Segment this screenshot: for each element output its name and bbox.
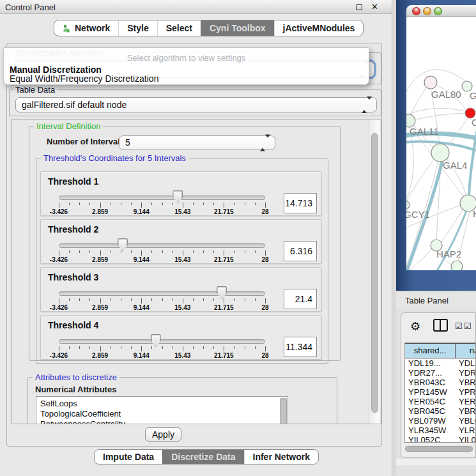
node-attribute-table[interactable]: shared...na YDL19...YDL1YDR27...YDR2YBR0… [404, 342, 476, 443]
tick-mark [141, 298, 142, 303]
interval-definition-legend: Interval Definition [34, 121, 103, 131]
close-icon[interactable]: ✕ [371, 2, 378, 12]
tick-mark [79, 298, 80, 301]
threshold-slider-thumb[interactable] [173, 190, 183, 203]
threshold-value-input[interactable]: 21.4 [284, 289, 317, 309]
column-header[interactable]: na [455, 343, 476, 358]
threshold-slider[interactable] [59, 339, 265, 344]
checkbox-icon[interactable]: ☑ [455, 321, 463, 331]
network-edge-highlighted[interactable] [426, 211, 466, 270]
tab-network[interactable]: Network [54, 20, 118, 36]
mac-zoom-button[interactable] [434, 7, 442, 15]
tick-mark [213, 346, 214, 349]
table-row[interactable]: YLR345WYLR3 [405, 426, 475, 435]
gal4-node[interactable] [431, 144, 449, 162]
network-edge[interactable] [415, 113, 465, 119]
attribute-item[interactable]: TopologicalCoefficient [36, 409, 288, 419]
gcy1-node[interactable] [406, 201, 410, 210]
threshold-value-input[interactable]: 11.344 [284, 337, 317, 357]
threshold-slider[interactable] [59, 196, 265, 200]
bottom-node[interactable] [451, 261, 463, 270]
split-columns-icon[interactable] [433, 319, 448, 332]
tab-style[interactable]: Style [118, 20, 157, 36]
attribute-item[interactable]: BetweennessCentrality [36, 419, 288, 424]
tick-mark [234, 298, 235, 301]
apply-button[interactable]: Apply [145, 427, 181, 441]
network-edge[interactable] [441, 210, 463, 242]
table-row[interactable]: YBL079WYBL0 [405, 416, 475, 426]
tick-mark [69, 298, 70, 301]
network-edge[interactable] [406, 127, 413, 201]
table-data-legend: Table Data [13, 85, 58, 95]
cell-name: YBR0 [456, 378, 476, 387]
network-canvas[interactable]: GAL80GACGAL11GAL4GCY1HHAP2 [406, 17, 476, 270]
tick-mark [59, 346, 59, 351]
cell-name: YBR0 [456, 406, 476, 416]
number-of-intervals-value: 5 [125, 137, 130, 148]
tab-cyni-toolbox[interactable]: Cyni Toolbox [201, 20, 274, 36]
table-data-select[interactable]: galFiltered.sif default node [15, 97, 377, 112]
mac-close-button[interactable] [412, 7, 420, 15]
threshold-value-input[interactable]: 14.713 [284, 193, 317, 213]
algorithm-hint: Select algorithm to view settings [4, 53, 369, 63]
tick-mark [121, 203, 121, 205]
tick-mark [193, 203, 194, 205]
attribute-item[interactable]: SelfLoops [36, 399, 288, 409]
gear-icon[interactable]: ⚙ [410, 319, 420, 333]
table-row[interactable]: YBR043CYBR0 [405, 378, 475, 387]
number-of-intervals-select[interactable]: 5 [119, 135, 275, 150]
threshold-value-input[interactable]: 6.316 [284, 241, 317, 261]
checkbox-icon[interactable]: ☑ [464, 321, 472, 331]
gal11-node[interactable] [406, 114, 415, 127]
panel-divider[interactable] [392, 0, 396, 476]
threshold-slider-thumb[interactable] [151, 334, 161, 347]
gal80-node[interactable] [424, 76, 437, 89]
table-row[interactable]: YDR27...YDR2 [405, 368, 475, 378]
mac-minimize-button[interactable] [423, 7, 431, 15]
panel-scrollbar[interactable] [369, 119, 380, 424]
tick-label: -3.426 [50, 208, 68, 215]
list-scrollbar[interactable] [280, 398, 287, 424]
float-window-icon[interactable] [357, 4, 362, 10]
threshold-label: Threshold 3 [48, 272, 98, 282]
tick-mark [121, 346, 121, 349]
table-toolbar: ⚙ ☑ ☑ [401, 313, 476, 342]
threshold-slider[interactable] [59, 243, 265, 248]
numerical-attributes-list[interactable]: SelfLoopsTopologicalCoefficientBetweenne… [36, 396, 288, 424]
network-edge[interactable] [406, 109, 465, 117]
threshold-slider-thumb[interactable] [118, 238, 128, 251]
tick-mark [213, 203, 214, 205]
tick-mark [151, 203, 152, 205]
tick-mark [89, 203, 90, 205]
tick-mark [121, 298, 121, 301]
table-row[interactable]: YIL052CYIL0 [405, 435, 475, 443]
table-panel-title: Table Panel [405, 296, 449, 305]
tab-infer-network[interactable]: Infer Network [244, 450, 318, 464]
network-edge[interactable] [406, 160, 434, 202]
thresholds-group-legend: Threshold's Coordinates for 5 Intervals [41, 153, 188, 163]
tick-mark [131, 250, 132, 253]
table-hscrollbar[interactable] [404, 445, 474, 452]
table-row[interactable]: YPR145WYPR1 [405, 387, 475, 397]
tick-mark [265, 298, 266, 303]
tick-mark [265, 250, 266, 256]
bottom-filler [396, 459, 476, 465]
tick-mark [131, 203, 132, 205]
network-view-window[interactable]: GAL80GACGAL11GAL4GCY1HHAP2 [406, 5, 476, 270]
network-window-titlebar[interactable] [406, 5, 476, 17]
column-header[interactable]: shared... [404, 343, 456, 358]
tick-mark [183, 250, 183, 256]
tick-mark [224, 346, 224, 351]
tab-impute-data[interactable]: Impute Data [95, 450, 162, 464]
table-row[interactable]: YBR045CYBR0 [405, 406, 475, 416]
algorithm-menu-item[interactable]: Equal Width/Frequency Discretization [10, 74, 363, 84]
threshold-slider[interactable] [59, 291, 265, 296]
tick-mark [141, 250, 142, 256]
tab-jactivemnodules[interactable]: jActiveMNodules [274, 20, 364, 36]
table-row[interactable]: YER054CYER0 [405, 397, 475, 406]
table-row[interactable]: YDL19...YDL1 [405, 358, 475, 368]
tab-discretize-data[interactable]: Discretize Data [162, 450, 243, 464]
tab-select[interactable]: Select [157, 20, 201, 36]
threshold-slider-thumb[interactable] [217, 286, 227, 299]
tab-label: Style [127, 23, 148, 33]
